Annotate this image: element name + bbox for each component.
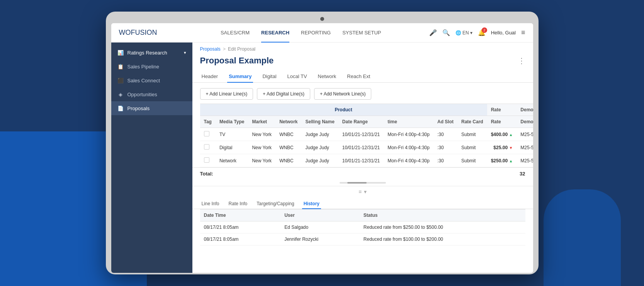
row-3-rate-card: Submit	[457, 154, 487, 167]
row-3-rate-value: $250.00	[491, 158, 508, 163]
product-header: Product	[200, 104, 487, 116]
col-demo-header: Demo	[517, 116, 533, 128]
breadcrumb-separator: >	[223, 46, 226, 52]
nav-system-setup[interactable]: SYSTEM SETUP	[342, 28, 381, 37]
resize-chevron-icon: ▾	[364, 189, 367, 195]
page-options-icon[interactable]: ⋮	[518, 56, 525, 65]
col-rate-card: Rate Card	[457, 116, 487, 128]
total-label: Total:	[200, 171, 213, 177]
page-header: Proposal Example ⋮	[192, 54, 533, 70]
history-row: 08/17/21 8:05am Jennifer Rozycki Reduced…	[200, 233, 525, 245]
row-1-network: WNBC	[275, 128, 301, 141]
bottom-tab-targeting[interactable]: Targeting/Capping	[255, 199, 296, 209]
row-3-market: New York	[248, 154, 275, 167]
table-row: TV New York WNBC Judge Judy 10/01/21-12/…	[200, 128, 533, 141]
tab-local-tv[interactable]: Local TV	[286, 70, 309, 82]
greeting-text: Hello, Gual	[491, 30, 516, 36]
panel-resize-handle[interactable]: ≡ ▾	[192, 186, 533, 197]
col-ad-slot: Ad Slot	[433, 116, 457, 128]
bottom-tab-line-info[interactable]: Line Info	[200, 199, 221, 209]
bottom-tab-rate-info[interactable]: Rate Info	[227, 199, 249, 209]
row-2-rate: $25.00 ▼	[487, 141, 517, 154]
row-3-media-type: Network	[216, 154, 248, 167]
sidebar-label-sales-connect: Sales Connect	[127, 78, 160, 83]
col-selling-name: Selling Name	[301, 116, 338, 128]
row-1-trend-icon: ▲	[509, 133, 513, 137]
row-3-ad-slot: :30	[433, 154, 457, 167]
add-linear-lines-button[interactable]: + Add Linear Line(s)	[200, 88, 253, 100]
row-3-rate: $250.00 ▲	[487, 154, 517, 167]
tab-reach-ext[interactable]: Reach Ext	[345, 70, 372, 82]
sidebar-item-sales-pipeline[interactable]: 📋 Sales Pipeline	[111, 60, 192, 73]
add-digital-lines-button[interactable]: + Add Digital Line(s)	[257, 88, 310, 100]
row-1-selling-name: Judge Judy	[301, 128, 338, 141]
row-1-checkbox[interactable]	[204, 131, 209, 136]
history-col-status: Status	[360, 209, 525, 221]
row-3-network: WNBC	[275, 154, 301, 167]
row-3-checkbox[interactable]	[204, 157, 209, 163]
sidebar: 📊 Ratings Research ▾ 📋 Sales Pipeline ⬛ …	[111, 43, 192, 273]
history-table: Date Time User Status 08/17/21 8:05am Ed…	[200, 209, 525, 245]
history-col-datetime: Date Time	[200, 209, 281, 221]
col-media-type: Media Type	[216, 116, 248, 128]
scroll-indicator	[192, 180, 533, 186]
tab-network[interactable]: Network	[316, 70, 338, 82]
row-2-network: WNBC	[275, 141, 301, 154]
row-1-media-type: TV	[216, 128, 248, 141]
col-network: Network	[275, 116, 301, 128]
sidebar-label-sales-pipeline: Sales Pipeline	[127, 64, 159, 70]
device-frame: WOFUSION SALES/CRM RESEARCH REPORTING SY…	[106, 12, 539, 274]
total-value: 32	[520, 171, 525, 177]
row-2-market: New York	[248, 141, 275, 154]
row-1-checkbox-cell	[200, 128, 216, 141]
nav-research[interactable]: RESEARCH	[261, 28, 289, 37]
history-col-user: User	[280, 209, 360, 221]
mic-icon[interactable]: 🎤	[429, 29, 437, 37]
row-2-rate-value: $25.00	[493, 145, 508, 150]
history-row: 08/17/21 8:05am Ed Salgado Reduced rate …	[200, 221, 525, 233]
sidebar-item-ratings-research[interactable]: 📊 Ratings Research ▾	[111, 46, 192, 60]
chevron-icon: ▾	[184, 50, 186, 55]
logo-fusion: FUSION	[131, 29, 157, 36]
breadcrumb: Proposals > Edit Proposal	[192, 43, 533, 54]
tab-header[interactable]: Header	[200, 70, 220, 82]
scroll-thumb[interactable]	[347, 182, 367, 184]
notifications-button[interactable]: 🔔 2	[478, 29, 486, 37]
row-2-date-range: 10/01/21-12/31/21	[338, 141, 384, 154]
bottom-tab-history[interactable]: History	[302, 199, 321, 209]
row-2-checkbox[interactable]	[204, 144, 209, 150]
chevron-down-icon: ▾	[470, 30, 472, 36]
resize-icon: ≡	[359, 189, 362, 195]
history-table-wrap: Date Time User Status 08/17/21 8:05am Ed…	[192, 209, 533, 245]
row-1-demo: M25-54	[517, 128, 533, 141]
page-title: Proposal Example	[200, 56, 274, 66]
sidebar-item-opportunities[interactable]: ◈ Opportunities	[111, 87, 192, 101]
row-2-trend-icon: ▼	[509, 146, 513, 150]
notification-badge: 2	[482, 27, 487, 33]
tab-summary[interactable]: Summary	[227, 70, 253, 82]
logo-wo: WO	[119, 29, 131, 36]
history-row-1-status: Reduced rate from $250.00 to $500.00	[360, 221, 525, 233]
row-2-ad-slot: :30	[433, 141, 457, 154]
row-1-time: Mon-Fri 4:00p-4:30p	[384, 128, 433, 141]
content-panel: Proposals > Edit Proposal Proposal Examp…	[192, 43, 533, 273]
language-button[interactable]: 🌐 EN ▾	[455, 30, 472, 36]
nav-reporting[interactable]: REPORTING	[301, 28, 331, 37]
opportunities-icon: ◈	[117, 91, 124, 97]
total-row: Total: 32	[192, 167, 533, 180]
breadcrumb-parent[interactable]: Proposals	[200, 46, 221, 52]
device-screen: WOFUSION SALES/CRM RESEARCH REPORTING SY…	[111, 23, 533, 273]
tab-digital[interactable]: Digital	[261, 70, 278, 82]
hamburger-icon[interactable]: ≡	[521, 29, 525, 37]
sidebar-item-sales-connect[interactable]: ⬛ Sales Connect	[111, 73, 192, 87]
logo[interactable]: WOFUSION	[119, 29, 157, 37]
add-network-lines-button[interactable]: + Add Network Line(s)	[314, 88, 371, 100]
col-tag: Tag	[200, 116, 216, 128]
col-date-range: Date Range	[338, 116, 384, 128]
search-icon[interactable]: 🔍	[442, 29, 450, 37]
main-area: 📊 Ratings Research ▾ 📋 Sales Pipeline ⬛ …	[111, 43, 533, 273]
row-3-trend-icon: ▲	[509, 159, 513, 163]
sidebar-item-proposals[interactable]: 📄 Proposals	[111, 101, 192, 115]
nav-sales-crm[interactable]: SALES/CRM	[221, 28, 250, 37]
globe-icon: 🌐	[455, 30, 461, 36]
